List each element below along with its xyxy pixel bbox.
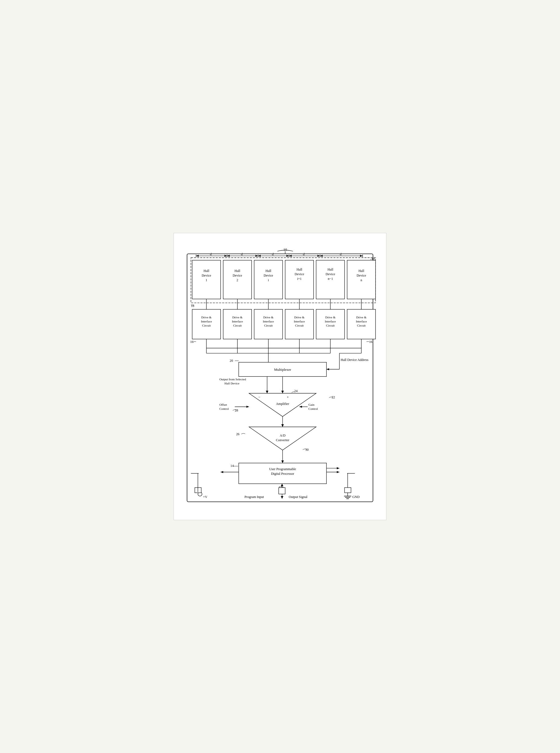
hall-device-1-label2: Device <box>202 274 211 277</box>
svg-marker-16 <box>289 255 292 257</box>
dic-4-label2: Interface <box>294 320 305 323</box>
hall-device-1-label3: 1 <box>205 278 207 282</box>
hall-device-n1-label3: n−1 <box>328 277 333 281</box>
plus-v-label: +V <box>203 495 207 499</box>
ref-18-label: 18 <box>191 304 194 308</box>
svg-marker-78 <box>337 471 339 473</box>
ref-16-right: 16 <box>369 340 372 344</box>
hall-device-2-label3: 2 <box>237 278 238 282</box>
svg-marker-76 <box>337 467 339 469</box>
dic-4-label: Drive & <box>294 316 304 319</box>
hall-device-2-label2: Device <box>233 274 242 277</box>
d-label-1: d <box>210 252 212 256</box>
hall-device-address-label: Hall Device Address <box>341 358 368 362</box>
svg-rect-88 <box>345 488 351 493</box>
dic-2-label: Drive & <box>232 316 243 319</box>
dic-5-label3: Circuit <box>326 324 335 327</box>
svg-marker-13 <box>256 255 258 257</box>
processor-label: User Programmable <box>269 467 296 471</box>
hall-device-n-label3: n <box>360 278 362 282</box>
svg-rect-79 <box>279 488 285 494</box>
hall-device-i-label2: Device <box>264 274 273 277</box>
d-label-4: d <box>303 252 304 256</box>
svg-marker-12 <box>227 255 229 257</box>
ref-22-label: 22 <box>332 395 335 399</box>
ref-30-label: 30 <box>305 448 309 452</box>
adc-label: A/D <box>280 434 285 437</box>
ref-26-label: 26 <box>236 432 239 436</box>
d-label-3: d <box>272 252 274 256</box>
hall-device-i1-label3: i+1 <box>297 277 302 281</box>
dic-1-label: Drive & <box>201 316 212 319</box>
amplifier-label: Amplifier <box>276 402 289 406</box>
offset-control-label2: Control <box>219 407 229 410</box>
ref-24-label: 24 <box>294 389 298 393</box>
svg-marker-71 <box>281 461 284 463</box>
hall-device-i1-label2: Device <box>295 272 304 276</box>
svg-marker-54 <box>326 368 329 371</box>
svg-marker-83 <box>281 496 283 498</box>
dic-3-label3: Circuit <box>264 324 273 327</box>
output-signal-label: Output Signal <box>289 495 307 499</box>
dic-6-label3: Circuit <box>357 324 366 327</box>
ref-10: 10 <box>283 247 287 252</box>
dic-1-label3: Circuit <box>202 324 211 327</box>
svg-marker-15 <box>286 255 289 257</box>
hall-device-n-label: Hall <box>358 269 364 273</box>
svg-marker-81 <box>281 484 283 486</box>
processor-label2: Digital Processor <box>271 472 294 476</box>
svg-marker-61 <box>281 391 284 393</box>
svg-marker-11 <box>225 255 227 257</box>
ref-14-label: 14 <box>230 464 234 468</box>
gain-control-label: Gain <box>308 403 314 406</box>
svg-marker-10 <box>196 255 199 257</box>
hall-device-2-label: Hall <box>235 269 240 273</box>
main-diagram: 10 12 18 <box>179 239 381 514</box>
svg-marker-17 <box>317 255 320 257</box>
svg-marker-19 <box>360 255 362 257</box>
offset-control-label: Offset <box>219 403 227 406</box>
gain-control-label2: Control <box>308 407 318 410</box>
diagram-container: 10 12 18 <box>179 239 381 514</box>
multiplexer-label: Multiplexer <box>274 368 291 372</box>
hall-device-i-label: Hall <box>265 269 272 273</box>
hall-device-n1-label: Hall <box>327 267 334 271</box>
svg-marker-74 <box>220 471 223 473</box>
svg-marker-66 <box>246 406 249 408</box>
svg-marker-68 <box>281 424 284 427</box>
dic-3-label: Drive & <box>263 316 274 319</box>
dic-6-label: Drive & <box>356 316 366 319</box>
dic-2-label2: Interface <box>232 320 243 323</box>
minus-label: − <box>258 395 260 399</box>
ref-28-label: 28 <box>235 409 238 412</box>
dic-4-label3: Circuit <box>295 324 304 327</box>
hall-device-i1-label: Hall <box>296 267 302 271</box>
page: 10 12 18 <box>174 233 386 520</box>
plus-label: + <box>287 395 289 399</box>
adc-label2: Converter <box>276 438 289 442</box>
output-selected-label: Output from Selected <box>219 378 246 381</box>
hall-device-1-label: Hall <box>204 269 209 273</box>
hall-device-n1-label2: Device <box>325 272 335 276</box>
dic-6-label2: Interface <box>356 320 367 323</box>
ref-16-left: 16 <box>190 340 194 344</box>
d-label-5: d <box>340 252 341 256</box>
dic-5-label: Drive & <box>325 316 336 319</box>
hall-device-n-label2: Device <box>357 274 366 277</box>
dic-3-label2: Interface <box>263 320 274 323</box>
hall-device-i-label3: i <box>268 278 269 282</box>
ref-20-label: 20 <box>230 359 233 362</box>
d-label-2: d <box>241 252 243 256</box>
svg-marker-14 <box>258 255 261 257</box>
program-input-label: Program Input <box>244 495 264 499</box>
gnd-label: GND <box>352 495 360 499</box>
dic-1-label2: Interface <box>201 320 212 323</box>
dic-2-label3: Circuit <box>233 324 242 327</box>
dic-5-label2: Interface <box>325 320 336 323</box>
svg-marker-64 <box>299 406 302 408</box>
output-hall-device-label: Hall Device <box>225 382 240 385</box>
svg-marker-18 <box>320 255 323 257</box>
svg-marker-60 <box>266 391 268 393</box>
